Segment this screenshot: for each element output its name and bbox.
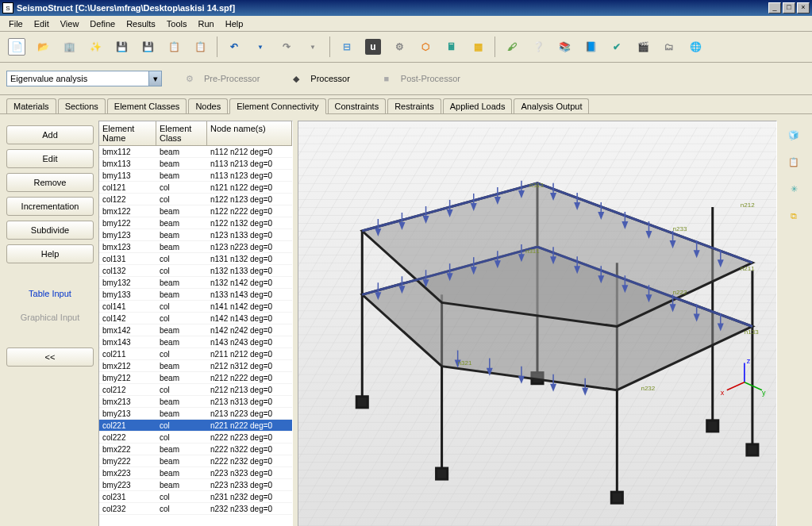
table-row[interactable]: bmx123beamn123 n223 deg=0	[99, 241, 292, 253]
redo-dd[interactable]: ▼	[301, 35, 325, 59]
table-row[interactable]: col122coln122 n123 deg=0	[99, 194, 292, 205]
menu-define[interactable]: Define	[84, 17, 121, 30]
analysis-input[interactable]	[6, 71, 149, 86]
menu-view[interactable]: View	[55, 17, 85, 30]
table-row[interactable]: col221coln221 n222 deg=0	[99, 420, 292, 432]
network-button[interactable]: ⬡	[414, 35, 437, 59]
tab-element-connectivity[interactable]: Element Connectivity	[229, 98, 325, 114]
tab-applied-loads[interactable]: Applied Loads	[443, 98, 513, 113]
tab-analysis-output[interactable]: Analysis Output	[514, 98, 589, 113]
units-button[interactable]: u	[361, 35, 385, 59]
table-row[interactable]: bmx113beamn113 n213 deg=0	[99, 158, 292, 170]
table-row[interactable]: bmy223beamn223 n233 deg=0	[99, 479, 292, 491]
maximize-button[interactable]: □	[783, 2, 795, 13]
analysis-combo[interactable]: ▾	[6, 71, 162, 86]
menu-results[interactable]: Results	[121, 17, 161, 30]
new-button[interactable]: 📄	[5, 35, 29, 59]
frame-icon[interactable]: ⧉	[784, 206, 803, 225]
wizard-button[interactable]: 🏢	[57, 35, 81, 59]
table-row[interactable]: bmx222beamn222 n322 deg=0	[99, 443, 292, 455]
incrementation-button[interactable]: Incrementation	[6, 197, 94, 216]
undo-button[interactable]: ↶	[222, 35, 246, 59]
table-row[interactable]: col211coln211 n212 deg=0	[99, 348, 292, 360]
table-input-button[interactable]: Table Input	[6, 284, 94, 303]
table-row[interactable]: col231coln231 n232 deg=0	[99, 491, 292, 503]
paste-button[interactable]: 📋	[188, 35, 212, 59]
saveas-button[interactable]: 💾	[136, 35, 160, 59]
close-button[interactable]: ×	[797, 2, 810, 13]
table-row[interactable]: bmy123beamn123 n133 deg=0	[99, 229, 292, 241]
magic-button[interactable]: ✨	[83, 35, 107, 59]
cubes-icon[interactable]: 🧊	[784, 125, 803, 144]
table-row[interactable]: bmx212beamn212 n312 deg=0	[99, 360, 292, 372]
table-row[interactable]: bmx213beamn213 n313 deg=0	[99, 396, 292, 408]
globe-button[interactable]: 🌐	[683, 35, 707, 59]
table-row[interactable]: bmy212beamn212 n222 deg=0	[99, 372, 292, 384]
table-row[interactable]: bmy222beamn222 n232 deg=0	[99, 455, 292, 467]
menu-edit[interactable]: Edit	[29, 17, 55, 30]
col-nodenames[interactable]: Node name(s)	[207, 121, 292, 145]
table-row[interactable]: bmx112beamn112 n212 deg=0	[99, 146, 292, 158]
grid-button[interactable]: ▦	[466, 35, 490, 59]
calc-button[interactable]: 🖩	[440, 35, 464, 59]
table-row[interactable]: bmx143beamn143 n243 deg=0	[99, 336, 292, 348]
tab-element-classes[interactable]: Element Classes	[107, 98, 187, 113]
table-row[interactable]: col232coln232 n233 deg=0	[99, 503, 292, 515]
redo-button[interactable]: ↷	[275, 35, 298, 59]
tab-constraints[interactable]: Constraints	[328, 98, 387, 113]
collapse-button[interactable]: <<	[6, 347, 94, 367]
subdivide-button[interactable]: Subdivide	[6, 221, 94, 240]
table-row[interactable]: col141coln141 n142 deg=0	[99, 301, 292, 313]
table-row[interactable]: bmy113beamn113 n123 deg=0	[99, 170, 292, 182]
minimize-button[interactable]: _	[768, 2, 781, 13]
stack-button[interactable]: 🗂	[657, 35, 681, 59]
analysis-dropdown-icon[interactable]: ▾	[149, 71, 162, 86]
processor-button[interactable]: ◆ Processor	[278, 66, 359, 91]
menu-tools[interactable]: Tools	[161, 17, 193, 30]
preprocessor-button[interactable]: ⚙ Pre-Processor	[171, 66, 268, 91]
menu-help[interactable]: Help	[220, 17, 249, 30]
copy-button[interactable]: 📋	[162, 35, 186, 59]
undo-dd[interactable]: ▼	[248, 35, 272, 59]
tab-restraints[interactable]: Restraints	[387, 98, 441, 113]
movie-button[interactable]: 🎬	[631, 35, 655, 59]
save-button[interactable]: 💾	[110, 35, 133, 59]
menu-run[interactable]: Run	[193, 17, 220, 30]
table-row[interactable]: col132coln132 n133 deg=0	[99, 265, 292, 277]
add-button[interactable]: Add	[6, 125, 94, 144]
table-row[interactable]: bmx142beamn142 n242 deg=0	[99, 324, 292, 336]
table-row[interactable]: bmx122beamn122 n222 deg=0	[99, 205, 292, 217]
table-row[interactable]: bmy213beamn213 n223 deg=0	[99, 408, 292, 420]
table-row[interactable]: col222coln222 n223 deg=0	[99, 432, 292, 443]
menu-file[interactable]: File	[3, 17, 29, 30]
col-elementclass[interactable]: Element Class	[156, 121, 207, 145]
gear-button[interactable]: ⚙	[387, 35, 411, 59]
postprocessor-button[interactable]: ■ Post-Processor	[368, 66, 469, 91]
edit-button[interactable]: Edit	[6, 149, 94, 168]
3d-viewport[interactable]: n321n232n133 n311n222n211 n313n233n212 z…	[298, 121, 777, 526]
table-row[interactable]: col131coln131 n132 deg=0	[99, 253, 292, 265]
check-button[interactable]: ✔	[605, 35, 629, 59]
snowflake-icon[interactable]: ✳	[784, 179, 803, 198]
table-body[interactable]: bmx112beamn112 n212 deg=0bmx113beamn113 …	[99, 146, 292, 526]
table-row[interactable]: bmx223beamn223 n323 deg=0	[99, 467, 292, 479]
table-row[interactable]: col121coln121 n122 deg=0	[99, 182, 292, 194]
tab-nodes[interactable]: Nodes	[188, 98, 228, 113]
book-button[interactable]: 📘	[579, 35, 602, 59]
checklist-icon[interactable]: 📋	[784, 152, 803, 171]
tab-materials[interactable]: Materials	[6, 98, 56, 113]
help-button[interactable]: ❔	[526, 35, 550, 59]
help-side-button[interactable]: Help	[6, 244, 94, 263]
table-row[interactable]: col142coln142 n143 deg=0	[99, 313, 292, 324]
table-row[interactable]: bmy132beamn132 n142 deg=0	[99, 277, 292, 289]
library-button[interactable]: 📚	[552, 35, 576, 59]
graphical-input-button[interactable]: Graphical Input	[6, 308, 94, 327]
table-row[interactable]: bmy133beamn133 n143 deg=0	[99, 289, 292, 301]
remove-button[interactable]: Remove	[6, 173, 94, 192]
tab-sections[interactable]: Sections	[58, 98, 106, 113]
connect-button[interactable]: ⊟	[335, 35, 359, 59]
col-elementname[interactable]: Element Name	[99, 121, 156, 145]
table-row[interactable]: col212coln212 n213 deg=0	[99, 384, 292, 396]
brush-button[interactable]: 🖌	[500, 35, 524, 59]
table-row[interactable]: bmy122beamn122 n132 deg=0	[99, 217, 292, 229]
